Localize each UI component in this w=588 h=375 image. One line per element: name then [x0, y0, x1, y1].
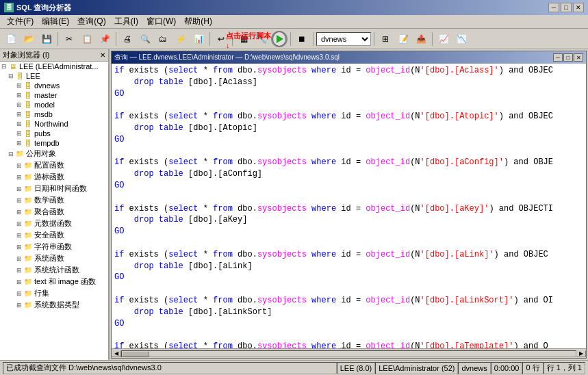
menu-edit[interactable]: 编辑(E)	[38, 15, 73, 28]
query-minimize-button[interactable]: ─	[553, 53, 563, 62]
tree-item-tempdb[interactable]: ⊞ 🗄 tempdb	[0, 138, 108, 148]
code-line: drop table [dbo].[Aclass]	[114, 77, 583, 88]
scroll-right-button[interactable]: ▶	[576, 350, 586, 357]
tool-btn-5[interactable]: ⚡	[172, 31, 189, 47]
tree-item-dvnews[interactable]: ⊞ 🗄 dvnews	[0, 81, 108, 90]
tree-item-text-image-func[interactable]: ⊞ 📁 text 和 image 函数	[0, 276, 108, 287]
code-blank	[114, 99, 583, 111]
server-icon: 🖥	[8, 62, 18, 70]
main-layout: 对象浏览器 (I) ✕ ⊟ 🖥 LEE (LEE\Administrat... …	[0, 49, 588, 360]
code-line: drop table [dbo].[aKey]	[114, 214, 583, 226]
query-maximize-button[interactable]: □	[563, 53, 573, 62]
stop-button[interactable]: ⏹	[294, 31, 310, 47]
expand-icon: ⊞	[16, 130, 22, 137]
tree-item-config-func[interactable]: ⊞ 📁 配置函数	[0, 159, 108, 171]
paste-button[interactable]: 📌	[97, 31, 113, 47]
tree-item-math-func[interactable]: ⊞ 📁 数学函数	[0, 194, 108, 206]
obj-browser-button[interactable]: 🗂	[155, 31, 171, 47]
scroll-left-button[interactable]: ◀	[112, 350, 121, 357]
menu-tools[interactable]: 工具(I)	[110, 15, 142, 28]
tool-btn-6[interactable]: 📊	[190, 31, 207, 47]
code-line: GO	[114, 180, 583, 192]
tree-item-meta-func[interactable]: ⊞ 📁 元数据函数	[0, 218, 108, 229]
tree-item-msdb[interactable]: ⊞ 🗄 msdb	[0, 109, 108, 119]
debug-button[interactable]: 🔧	[253, 31, 270, 47]
math-func-label: 数学函数	[34, 195, 64, 205]
string-func-label: 字符串函数	[34, 242, 72, 252]
open-button[interactable]: 📂	[21, 31, 37, 47]
tree-item-model[interactable]: ⊞ 🗄 model	[0, 100, 108, 109]
tree-item-string-func[interactable]: ⊞ 📁 字符串函数	[0, 241, 108, 253]
new-button[interactable]: 📄	[3, 31, 19, 47]
code-blank	[114, 146, 583, 157]
code-blank	[114, 283, 583, 295]
cut-button[interactable]: ✂	[61, 31, 77, 47]
tree-item-rowset[interactable]: ⊞ 📁 行集	[0, 287, 108, 299]
query-title-bar: 查询 — LEE.dvnews.LEE\Administrator — D:\w…	[112, 51, 586, 64]
tree-item-cursor-func[interactable]: ⊞ 📁 游标函数	[0, 171, 108, 183]
save-button[interactable]: 💾	[38, 31, 55, 47]
code-area[interactable]: if exists (select * from dbo.sysobjects …	[112, 64, 586, 348]
tree-item-datetime-func[interactable]: ⊞ 📁 日期和时间函数	[0, 183, 108, 194]
file-out-button[interactable]: 📤	[413, 31, 429, 47]
menu-help[interactable]: 帮助(H)	[180, 15, 216, 28]
panel-close-button[interactable]: ✕	[100, 51, 105, 59]
copy-button[interactable]: 📋	[79, 31, 95, 47]
common-objects-label: 公用对象	[26, 148, 56, 159]
title-bar: 🗄 SQL 查询分析器 ─ □ ✕	[0, 0, 588, 15]
separator-3	[209, 32, 210, 46]
run-button[interactable]	[271, 31, 287, 47]
msdb-label: msdb	[34, 110, 53, 118]
menu-file[interactable]: 文件(F)	[3, 15, 38, 28]
close-button[interactable]: ✕	[573, 3, 584, 12]
status-message: 已成功截查询文件 D:\web\news\sql\dvnews3.0	[3, 362, 337, 374]
tree-item-agg-func[interactable]: ⊞ 📁 聚合函数	[0, 206, 108, 218]
text-button[interactable]: 📝	[395, 31, 411, 47]
maximize-button[interactable]: □	[561, 3, 572, 12]
folder-icon: 📁	[15, 150, 25, 158]
expand-icon: ⊞	[16, 209, 22, 216]
status-time: 0:00:00	[491, 362, 523, 374]
menu-window[interactable]: 窗口(W)	[142, 15, 180, 28]
model-label: model	[34, 101, 55, 109]
tree-item-security-func[interactable]: ⊞ 📁 安全函数	[0, 229, 108, 241]
search-button[interactable]: 🔍	[137, 31, 153, 47]
plan-button[interactable]: 📈	[435, 31, 452, 47]
tree-item-common-objects[interactable]: ⊟ 📁 公用对象	[0, 148, 108, 159]
horizontal-scrollbar[interactable]: ◀ ▶	[112, 348, 586, 358]
scroll-thumb[interactable]	[122, 351, 149, 357]
tree-item-server[interactable]: ⊟ 🖥 LEE (LEE\Administrat...	[0, 62, 108, 71]
code-line: drop table [dbo].[aConfig]	[114, 168, 583, 180]
database-icon: 🗄	[15, 72, 25, 80]
panel-title: 对象浏览器 (I)	[3, 50, 49, 60]
tree-item-sys-data-types[interactable]: ⊞ 📁 系统数据类型	[0, 299, 108, 311]
undo-button[interactable]: ↩	[213, 31, 229, 47]
app-container: 🗄 SQL 查询分析器 ─ □ ✕ 文件(F) 编辑(E) 查询(Q) 工具(I…	[0, 0, 588, 375]
rowset-label: 行集	[34, 288, 49, 298]
menu-query[interactable]: 查询(Q)	[73, 15, 110, 28]
query-close-button[interactable]: ✕	[574, 53, 583, 62]
separator-8	[432, 32, 433, 46]
tree-item-pubs[interactable]: ⊞ 🗄 pubs	[0, 129, 108, 138]
query-window: 查询 — LEE.dvnews.LEE\Administrator — D:\w…	[111, 51, 587, 359]
grid-button[interactable]: ⊞	[377, 31, 394, 47]
tree-item-master[interactable]: ⊞ 🗄 master	[0, 90, 108, 100]
sys-func-label: 系统函数	[34, 253, 64, 263]
expand-icon: ⊞	[16, 244, 22, 250]
tree-item-northwind[interactable]: ⊞ 🗄 Northwind	[0, 119, 108, 129]
minimize-button[interactable]: ─	[548, 3, 559, 12]
expand-icon: ⊞	[16, 279, 22, 285]
expand-icon: ⊟	[1, 63, 7, 70]
scroll-track[interactable]	[121, 350, 576, 357]
code-line: GO	[114, 318, 583, 330]
mode-button[interactable]: ▦	[235, 31, 252, 47]
print-button[interactable]: 🖨	[119, 31, 136, 47]
stats-button[interactable]: 📉	[453, 31, 470, 47]
tree-item-lee[interactable]: ⊟ 🗄 LEE	[0, 71, 108, 81]
tree-item-sys-stat-func[interactable]: ⊞ 📁 系统统计函数	[0, 264, 108, 276]
database-selector[interactable]: dvnews	[316, 32, 371, 46]
object-tree: ⊟ 🖥 LEE (LEE\Administrat... ⊟ 🗄 LEE ⊞ 🗄 …	[0, 62, 108, 360]
status-bar: 已成功截查询文件 D:\web\news\sql\dvnews3.0 LEE (…	[0, 360, 588, 375]
query-title: 查询 — LEE.dvnews.LEE\Administrator — D:\w…	[114, 53, 340, 62]
tree-item-sys-func[interactable]: ⊞ 📁 系统函数	[0, 253, 108, 264]
